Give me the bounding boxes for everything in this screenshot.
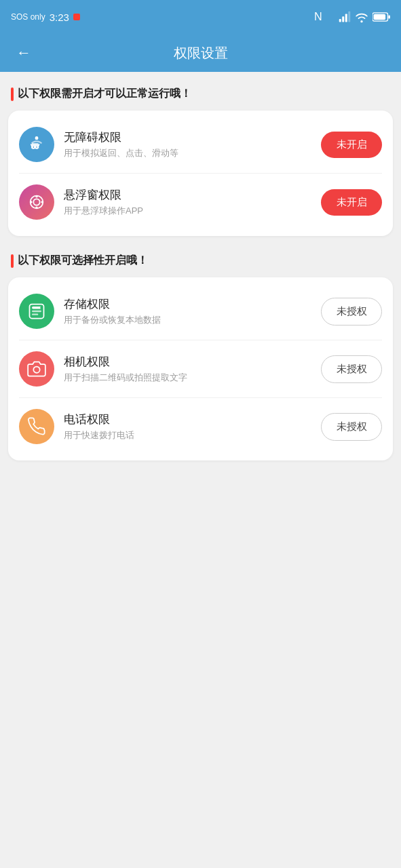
accessibility-permission-row: 无障碍权限 用于模拟返回、点击、滑动等 未开启 [19, 116, 382, 174]
svg-rect-1 [339, 19, 341, 22]
status-time: 3:23 [50, 12, 69, 23]
battery-icon [373, 12, 390, 22]
optional-indicator [11, 254, 14, 268]
required-indicator [11, 87, 14, 101]
status-left: SOS only 3:23 [11, 12, 80, 23]
page-title: 权限设置 [174, 44, 228, 62]
phone-icon [27, 417, 46, 436]
back-button[interactable]: ← [11, 39, 37, 67]
svg-point-21 [33, 367, 39, 373]
phone-desc: 用于快速拨打电话 [64, 429, 321, 441]
phone-permission-row: 电话权限 用于快速拨打电话 未授权 [19, 398, 382, 455]
optional-title: 以下权限可选择性开启哦！ [18, 254, 148, 268]
camera-toggle-button[interactable]: 未授权 [321, 355, 382, 383]
svg-point-14 [30, 201, 33, 203]
svg-point-11 [33, 199, 39, 205]
svg-point-9 [35, 136, 39, 140]
optional-permissions-card: 存储权限 用于备份或恢复本地数据 未授权 相机权限 用于扫描二维码或拍照提取文字… [8, 277, 393, 460]
accessibility-icon-wrap [19, 127, 54, 162]
storage-icon-wrap [19, 294, 54, 329]
camera-info: 相机权限 用于扫描二维码或拍照提取文字 [64, 354, 321, 384]
svg-rect-2 [342, 16, 344, 22]
phone-icon-wrap [19, 409, 54, 444]
camera-icon [27, 359, 46, 378]
overlay-icon [27, 193, 46, 212]
camera-desc: 用于扫描二维码或拍照提取文字 [64, 372, 321, 384]
svg-rect-6 [374, 14, 385, 20]
main-content: 以下权限需开启才可以正常运行哦！ 无障碍权限 用于模拟返回、点击、滑动等 未开启 [0, 72, 401, 868]
accessibility-name: 无障碍权限 [64, 130, 321, 145]
svg-point-13 [35, 206, 38, 209]
signal-icon [339, 11, 351, 23]
top-bar: ← 权限设置 [0, 34, 401, 72]
svg-rect-4 [348, 12, 350, 22]
storage-desc: 用于备份或恢复本地数据 [64, 314, 321, 326]
required-section-header: 以下权限需开启才可以正常运行哦！ [8, 80, 393, 108]
optional-section-header: 以下权限可选择性开启哦！ [8, 247, 393, 275]
storage-permission-row: 存储权限 用于备份或恢复本地数据 未授权 [19, 283, 382, 340]
required-permissions-card: 无障碍权限 用于模拟返回、点击、滑动等 未开启 悬浮窗权限 用于悬浮球操作APP [8, 111, 393, 236]
sos-text: SOS only [11, 12, 45, 22]
svg-rect-19 [32, 314, 38, 315]
svg-rect-7 [388, 15, 390, 18]
svg-rect-17 [32, 307, 41, 309]
svg-point-20 [40, 307, 43, 309]
svg-text:N: N [314, 10, 322, 22]
storage-name: 存储权限 [64, 296, 321, 312]
phone-info: 电话权限 用于快速拨打电话 [64, 412, 321, 441]
overlay-icon-wrap [19, 184, 54, 220]
wifi-icon [355, 11, 368, 23]
accessibility-desc: 用于模拟返回、点击、滑动等 [64, 147, 321, 159]
overlay-name: 悬浮窗权限 [64, 187, 321, 203]
phone-toggle-button[interactable]: 未授权 [321, 413, 382, 441]
accessibility-toggle-button[interactable]: 未开启 [321, 132, 382, 158]
phone-name: 电话权限 [64, 412, 321, 427]
required-title: 以下权限需开启才可以正常运行哦！ [18, 87, 191, 101]
storage-toggle-button[interactable]: 未授权 [321, 298, 382, 326]
status-bar: SOS only 3:23 N [0, 0, 401, 34]
storage-info: 存储权限 用于备份或恢复本地数据 [64, 296, 321, 326]
svg-point-12 [35, 195, 38, 198]
overlay-toggle-button[interactable]: 未开启 [321, 189, 382, 216]
status-dot [73, 14, 80, 20]
svg-rect-18 [32, 311, 41, 312]
camera-permission-row: 相机权限 用于扫描二维码或拍照提取文字 未授权 [19, 340, 382, 398]
status-right: N [314, 7, 390, 27]
camera-name: 相机权限 [64, 354, 321, 370]
camera-icon-wrap [19, 351, 54, 387]
overlay-permission-row: 悬浮窗权限 用于悬浮球操作APP 未开启 [19, 174, 382, 231]
svg-point-15 [41, 201, 43, 203]
overlay-info: 悬浮窗权限 用于悬浮球操作APP [64, 187, 321, 217]
accessibility-info: 无障碍权限 用于模拟返回、点击、滑动等 [64, 130, 321, 159]
storage-icon [27, 302, 46, 321]
overlay-desc: 用于悬浮球操作APP [64, 205, 321, 217]
accessibility-icon [27, 135, 46, 154]
nfc-icon: N [314, 7, 335, 27]
svg-rect-3 [345, 14, 347, 22]
